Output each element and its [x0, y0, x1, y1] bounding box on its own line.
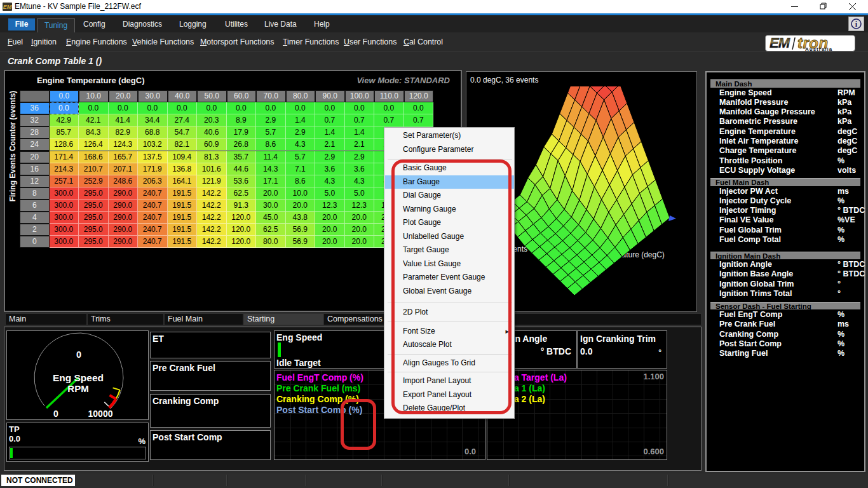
svg-text:EM: EM: [770, 36, 790, 51]
svg-text:0: 0: [53, 409, 58, 419]
svg-text:10000: 10000: [88, 409, 113, 419]
svg-text:EM: EM: [3, 4, 12, 10]
svg-text:i: i: [855, 20, 858, 29]
svg-text:Australia: Australia: [805, 46, 832, 51]
svg-text:0: 0: [76, 349, 81, 360]
svg-text:RPM: RPM: [67, 383, 88, 394]
svg-text:Eng Speed: Eng Speed: [53, 372, 104, 383]
